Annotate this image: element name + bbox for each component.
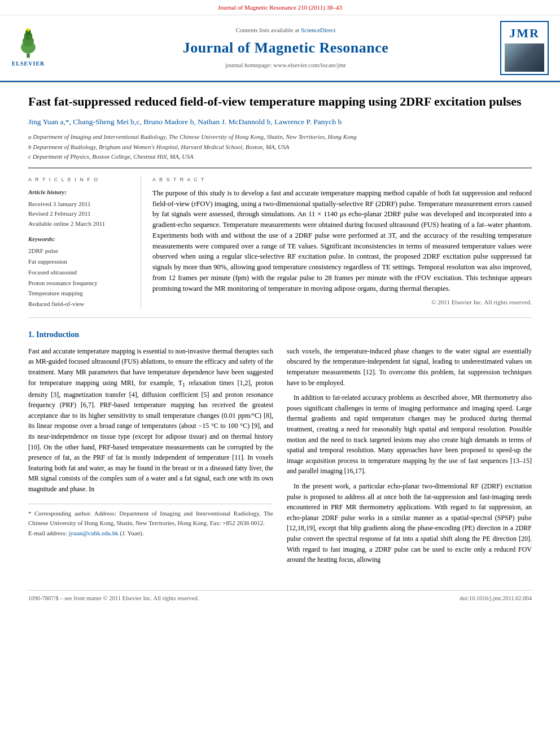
main-body: 1. Introduction Fast and accurate temper… <box>28 318 532 579</box>
intro-para-2: such voxels, the temperature-induced pha… <box>287 346 532 388</box>
section-number: 1. <box>28 330 36 339</box>
sciencedirect-link[interactable]: ScienceDirect <box>301 27 336 33</box>
available-date: Available online 2 March 2011 <box>28 219 132 229</box>
article-info-col: A R T I C L E I N F O Article history: R… <box>28 176 141 309</box>
keyword-1: 2DRF pulse <box>28 246 132 256</box>
body-columns: Fast and accurate temperature mapping is… <box>28 346 532 570</box>
citation-text: Journal of Magnetic Resonance 210 (2011)… <box>218 4 342 11</box>
email-author: (J. Yuan). <box>119 530 144 536</box>
copyright-line: © 2011 Elsevier Inc. All rights reserved… <box>152 298 532 307</box>
jmr-letters: JMR <box>505 24 544 42</box>
keyword-6: Reduced field-of-view <box>28 299 132 309</box>
email-link[interactable]: jyuan@cuhk.edu.hk <box>68 530 118 536</box>
abstract-text: The purpose of this study is to develop … <box>152 188 532 294</box>
revised-date: Revised 2 February 2011 <box>28 209 132 219</box>
received-date: Received 3 January 2011 <box>28 199 132 209</box>
journal-homepage: journal homepage: www.elsevier.com/locat… <box>79 61 492 70</box>
article-info-label: A R T I C L E I N F O <box>28 176 132 184</box>
affiliation-a: a Department of Imaging and Intervention… <box>28 132 532 142</box>
jmr-image <box>505 43 544 72</box>
bottom-bar: 1090-7807/$ – see front matter © 2011 El… <box>28 590 532 602</box>
header-center: Contents lists available at ScienceDirec… <box>79 26 492 70</box>
footnotes: * Corresponding author. Address: Departm… <box>28 504 273 539</box>
sciencedirect-line: Contents lists available at ScienceDirec… <box>79 26 492 35</box>
keywords-label: Keywords: <box>28 235 132 244</box>
journal-citation: Journal of Magnetic Resonance 210 (2011)… <box>0 0 560 15</box>
jmr-logo: JMR <box>500 21 549 75</box>
email-label: E-mail address: <box>28 530 68 536</box>
keyword-2: Fat suppression <box>28 256 132 267</box>
affiliation-b: b Department of Radiology, Brigham and W… <box>28 142 532 152</box>
body-col-right: such voxels, the temperature-induced pha… <box>287 346 532 570</box>
journal-header: ELSEVIER Contents lists available at Sci… <box>0 15 560 82</box>
keyword-5: Temperature mapping <box>28 288 132 299</box>
article-info-abstract: A R T I C L E I N F O Article history: R… <box>28 168 532 318</box>
elsevier-tree-icon <box>11 28 45 59</box>
intro-para-1: Fast and accurate temperature mapping is… <box>28 346 273 495</box>
issn-text: 1090-7807/$ – see front matter © 2011 El… <box>28 594 199 602</box>
affiliations: a Department of Imaging and Intervention… <box>28 132 532 162</box>
header-right: JMR <box>492 21 549 75</box>
keyword-4: Proton resonance frequency <box>28 278 132 289</box>
article-title: Fast fat-suppressed reduced field-of-vie… <box>28 94 532 110</box>
sciencedirect-label: Contents lists available at <box>235 27 299 33</box>
doi-text: doi:10.1016/j.jmr.2011.02.004 <box>460 594 532 602</box>
svg-point-5 <box>27 28 30 32</box>
corresponding-author-note: * Corresponding author. Address: Departm… <box>28 509 273 528</box>
svg-rect-0 <box>27 54 30 58</box>
section-title-text: Introduction <box>36 330 79 339</box>
intro-para-4: In the present work, a particular echo-p… <box>287 481 532 565</box>
content-area: Fast fat-suppressed reduced field-of-vie… <box>0 82 560 602</box>
affiliation-c: c Department of Physics, Boston College,… <box>28 152 532 162</box>
abstract-label: A B S T R A C T <box>152 176 532 184</box>
email-note: E-mail address: jyuan@cuhk.edu.hk (J. Yu… <box>28 528 273 539</box>
journal-title: Journal of Magnetic Resonance <box>79 37 492 59</box>
body-col-left: Fast and accurate temperature mapping is… <box>28 346 273 570</box>
keyword-3: Focused ultrasound <box>28 267 132 278</box>
elsevier-wordmark: ELSEVIER <box>12 60 45 68</box>
elsevier-logo: ELSEVIER <box>11 28 45 68</box>
intro-para-3: In addition to fat-related accuracy prob… <box>287 392 532 477</box>
header-left: ELSEVIER <box>11 28 79 68</box>
article-title-section: Fast fat-suppressed reduced field-of-vie… <box>28 82 532 168</box>
authors: Jing Yuan a,*, Chang-Sheng Mei b,c, Brun… <box>28 116 532 128</box>
intro-section-title: 1. Introduction <box>28 329 532 340</box>
article-history-label: Article history: <box>28 188 132 197</box>
abstract-col: A B S T R A C T The purpose of this stud… <box>152 176 532 309</box>
